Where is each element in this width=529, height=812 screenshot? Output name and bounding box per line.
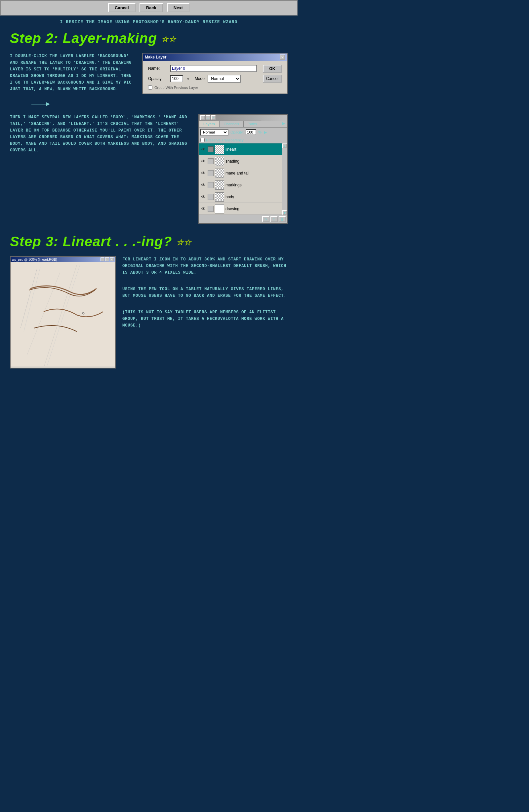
layer-visibility-shading[interactable]: 👁 — [200, 159, 206, 164]
layer-new-button[interactable]: □ — [270, 216, 278, 222]
screenshot-title: wp_psd @ 300% (lineart,RGB) — [12, 258, 57, 261]
dialog-buttons: OK Cancel — [263, 65, 282, 90]
dialog-opacity-input[interactable] — [170, 75, 183, 82]
layer-item-drawing[interactable]: 👁 drawing — [199, 203, 282, 215]
layer-item-shading[interactable]: 👁 shading — [199, 155, 282, 167]
layers-list: 👁 lineart 👁 shading 👁 — [199, 143, 282, 215]
screenshot-minimize[interactable]: _ — [100, 258, 104, 261]
dialog-cancel-button[interactable]: Cancel — [263, 75, 282, 83]
layer-thumb-shading — [215, 157, 224, 166]
layer-name-markings: markings — [226, 183, 281, 187]
step3-text1: FOR LINEART I ZOOM IN TO ABOUT 300% AND … — [122, 256, 288, 276]
wizard-bar: Cancel Back Next — [0, 0, 298, 16]
layer-visibility-drawing[interactable]: 👁 — [200, 206, 206, 212]
layers-preserve-row: Preserve Transparency — [199, 137, 287, 143]
layer-delete-button[interactable]: 🗑 — [279, 216, 286, 222]
layer-visibility-lineart[interactable]: 👁 — [200, 147, 206, 152]
dialog-name-label: Name: — [148, 66, 168, 71]
layer-link-mane — [208, 170, 214, 176]
dialog-checkbox-row: Group With Previous Layer — [148, 85, 257, 90]
dialog-opacity-label: Opacity: — [148, 76, 168, 81]
dialog-checkbox-label: Group With Previous Layer — [154, 86, 198, 90]
layers-tabs: Layers Channels Paths ▶ — [199, 121, 287, 128]
layer-link-body — [208, 194, 214, 200]
svg-rect-2 — [11, 262, 115, 366]
layer-item-markings[interactable]: 👁 markings — [199, 179, 282, 191]
layers-titlebar: _ □ ✕ — [199, 115, 287, 121]
layers-menu-button[interactable]: ▶ — [281, 121, 287, 127]
step3-text3: (THIS IS NOT TO SAY TABLET USERS ARE MEM… — [122, 309, 288, 329]
step3-heading-text: Step 3: Lineart . . .-ing? — [10, 234, 172, 249]
minimize-button[interactable]: _ — [200, 115, 205, 120]
back-button[interactable]: Back — [140, 3, 163, 12]
layer-visibility-mane[interactable]: 👁 — [200, 171, 206, 176]
layer-thumb-body — [215, 192, 224, 202]
layer-name-drawing: drawing — [226, 206, 281, 211]
sketch-svg — [11, 262, 115, 366]
layer-effects-button[interactable]: fx — [262, 216, 270, 222]
dialog-close-button[interactable]: ✕ — [280, 55, 285, 60]
layer-thumb-mane — [215, 169, 224, 178]
layer-link-shading — [208, 158, 214, 164]
dialog-group-checkbox[interactable] — [148, 85, 153, 90]
arrow-icon — [30, 102, 49, 112]
next-button[interactable]: Next — [167, 3, 189, 12]
step3-section: wp_psd @ 300% (lineart,RGB) _ □ ✕ — [0, 256, 298, 368]
scroll-down-button[interactable]: ▼ — [282, 210, 287, 215]
dialog-mode-label: Mode: — [195, 76, 206, 81]
step2-stars: ☆☆ — [161, 35, 176, 44]
dialog-opacity-row: Opacity: ☼ Mode: Normal Multiply Screen — [148, 75, 257, 83]
layer-visibility-body[interactable]: 👁 — [200, 194, 206, 200]
layers-opacity-label: Opacity: — [230, 130, 244, 134]
step2-left-text: I DOUBLE-CLICK THE LAYER LABELED 'BACKGR… — [10, 53, 135, 94]
dialog-body: Name: Opacity: ☼ Mode: Normal Multiply — [143, 61, 287, 93]
layers-opacity-arrow[interactable]: ▶ — [264, 130, 267, 134]
maximize-button[interactable]: □ — [206, 115, 210, 120]
step3-text2: USING THE PEN TOOL ON A TABLET NATURALLY… — [122, 286, 288, 299]
dialog-mode-select[interactable]: Normal Multiply Screen — [208, 75, 241, 83]
tab-paths[interactable]: Paths — [243, 121, 261, 127]
layer-visibility-markings[interactable]: 👁 — [200, 183, 206, 188]
tab-channels[interactable]: Channels — [219, 121, 243, 127]
layer-thumb-drawing — [215, 204, 224, 214]
layer-name-lineart: lineart — [226, 147, 281, 152]
layer-name-shading: shading — [226, 159, 281, 163]
layers-scrollbar[interactable]: ▲ ▼ — [282, 143, 287, 215]
layer-name-mane: mane and tail — [226, 171, 281, 175]
layer-item-mane[interactable]: 👁 mane and tail — [199, 167, 282, 179]
dialog-name-row: Name: — [148, 65, 257, 72]
step2-lower-text: THEN I MAKE SEVERAL NEW LAYERS CALLED 'B… — [10, 114, 192, 224]
scroll-track — [282, 148, 287, 210]
close-button[interactable]: ✕ — [211, 115, 216, 120]
layer-thumb-markings — [215, 180, 224, 190]
dialog-name-input[interactable] — [170, 65, 257, 72]
step3-content: wp_psd @ 300% (lineart,RGB) _ □ ✕ — [10, 256, 288, 368]
step2-content: I DOUBLE-CLICK THE LAYER LABELED 'BACKGR… — [0, 53, 298, 224]
lineart-screenshot: wp_psd @ 300% (lineart,RGB) _ □ ✕ — [10, 256, 116, 368]
step2-heading-text: Step 2: Layer-making — [10, 30, 157, 46]
layers-mode-select[interactable]: Normal Multiply — [200, 129, 228, 135]
cancel-button[interactable]: Cancel — [108, 3, 135, 12]
screenshot-content — [11, 262, 115, 366]
make-layer-dialog: Make Layer ✕ Name: Opacity: ☼ Mod — [142, 53, 288, 94]
layer-thumb-lineart — [215, 145, 224, 154]
tab-layers[interactable]: Layers — [199, 121, 219, 127]
layers-bottom-bar: fx □ 🗑 — [199, 215, 287, 223]
step3-stars: ☆☆ — [176, 238, 191, 247]
layers-opacity-input[interactable] — [246, 129, 256, 135]
step2-upper: I DOUBLE-CLICK THE LAYER LABELED 'BACKGR… — [10, 53, 288, 94]
screenshot-maximize[interactable]: □ — [105, 258, 109, 261]
screenshot-close[interactable]: ✕ — [110, 258, 114, 261]
layer-item-lineart[interactable]: 👁 lineart — [199, 143, 282, 155]
layers-opacity-unit: % — [258, 130, 261, 134]
preserve-transparency-checkbox[interactable] — [200, 138, 205, 142]
dialog-title: Make Layer — [145, 55, 166, 59]
step2-heading: Step 2: Layer-making ☆☆ — [10, 30, 288, 46]
layer-link-drawing — [208, 206, 214, 212]
resize-caption: I RESIZE THE IMAGE USING PHOTOSHOP'S HAN… — [0, 19, 298, 25]
layer-item-body[interactable]: 👁 body — [199, 191, 282, 203]
dialog-titlebar: Make Layer ✕ — [143, 54, 287, 61]
layers-panel: _ □ ✕ Layers Channels Paths ▶ Normal Mul… — [198, 114, 288, 224]
scroll-up-button[interactable]: ▲ — [282, 143, 287, 148]
dialog-ok-button[interactable]: OK — [263, 65, 282, 73]
